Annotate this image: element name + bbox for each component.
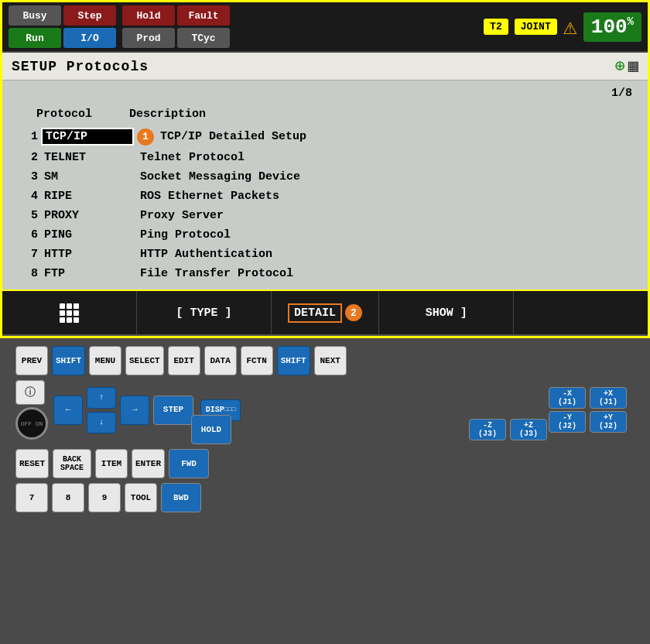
row-protocol: PROXY — [41, 208, 134, 223]
protocol-table: 1TCP/IP1TCP/IP Detailed Setup2TELNETTeln… — [18, 125, 632, 283]
row-description: File Transfer Protocol — [134, 267, 632, 280]
table-row[interactable]: 4RIPEROS Ethernet Packets — [18, 187, 632, 206]
protocol-list-area: 1/8 Protocol Description 1TCP/IP1TCP/IP … — [2, 80, 648, 289]
row-protocol: HTTP — [41, 247, 134, 262]
fctn-btn[interactable]: FCTN — [241, 346, 273, 375]
status-buttons: Busy Step Run I/O — [9, 5, 116, 48]
row-number: 4 — [18, 190, 41, 203]
neg-z-j3-btn[interactable]: -Z(J3) — [469, 419, 506, 440]
title-bar: SETUP Protocols ⊕ ▦ — [2, 53, 648, 80]
page-title: SETUP Protocols — [12, 59, 149, 74]
table-row[interactable]: 7HTTPHTTP Authentication — [18, 245, 632, 264]
shift-btn-left[interactable]: SHIFT — [52, 346, 85, 375]
type-btn[interactable]: [ TYPE ] — [137, 291, 272, 334]
run-button[interactable]: Run — [9, 28, 61, 48]
table-header: Protocol Description — [18, 106, 632, 122]
page-indicator: 1/8 — [18, 87, 632, 100]
num-7-btn[interactable]: 7 — [15, 483, 48, 512]
kb-row-5: 7 8 9 TOOL BWD — [15, 483, 627, 512]
neg-x-j1-btn[interactable]: -X(J1) — [549, 387, 586, 409]
row-protocol: TCP/IP — [41, 128, 134, 146]
info-btn[interactable]: ⓘ — [15, 380, 45, 405]
grid-view-icon[interactable]: ▦ — [628, 56, 638, 77]
right-arrow-btn[interactable]: → — [120, 396, 149, 425]
item-btn[interactable]: ITEM — [95, 449, 128, 478]
next-btn[interactable]: NEXT — [314, 346, 347, 375]
badge-2: 2 — [345, 304, 362, 321]
table-row[interactable]: 5PROXYProxy Server — [18, 206, 632, 225]
pos-x-j1-btn[interactable]: +X(J1) — [590, 387, 627, 409]
io-button[interactable]: I/O — [63, 28, 116, 48]
empty-btn-5 — [514, 291, 648, 334]
power-btn[interactable]: OFF ON — [15, 407, 48, 440]
left-arrow-btn[interactable]: ← — [53, 396, 83, 425]
tcyc-button[interactable]: TCyc — [177, 28, 230, 48]
row-protocol: TELNET — [41, 150, 134, 165]
menu-btn[interactable]: MENU — [89, 346, 121, 375]
row-description: Socket Messaging Device — [134, 170, 632, 183]
pos-z-j3-btn[interactable]: +Z(J3) — [510, 419, 547, 440]
num-9-btn[interactable]: 9 — [88, 483, 121, 512]
hold-btn[interactable]: HOLD — [191, 415, 231, 444]
bottom-toolbar: [ TYPE ] DETAIL 2 SHOW ] — [2, 289, 648, 336]
fwd-btn[interactable]: FWD — [169, 449, 209, 478]
table-row[interactable]: 6PINGPing Protocol — [18, 225, 632, 245]
table-row[interactable]: 3SMSocket Messaging Device — [18, 167, 632, 187]
table-row[interactable]: 1TCP/IP1TCP/IP Detailed Setup — [18, 125, 632, 148]
col-header-protocol: Protocol — [36, 108, 129, 121]
backspace-btn[interactable]: BACKSPACE — [53, 449, 91, 478]
warning-icon: ⚠ — [563, 12, 577, 41]
select-btn[interactable]: SELECT — [125, 346, 164, 375]
data-btn[interactable]: DATA — [204, 346, 237, 375]
row-description: ROS Ethernet Packets — [134, 190, 632, 203]
toolbar-grid-btn[interactable] — [2, 291, 137, 334]
row-description: TCP/IP Detailed Setup — [154, 130, 632, 143]
edit-btn[interactable]: EDIT — [168, 346, 200, 375]
row-protocol: PING — [41, 228, 134, 242]
kb-row-4: RESET BACKSPACE ITEM ENTER FWD — [15, 449, 627, 478]
step-button[interactable]: Step — [63, 5, 116, 26]
hold-button[interactable]: Hold — [122, 5, 175, 26]
row-description: Ping Protocol — [134, 228, 632, 242]
title-icons: ⊕ ▦ — [615, 56, 639, 77]
fault-button[interactable]: Fault — [177, 5, 230, 26]
selection-badge-1: 1 — [137, 128, 154, 146]
kb-row-1: PREV SHIFT MENU SELECT EDIT DATA FCTN SH… — [15, 346, 627, 375]
row-number: 7 — [18, 248, 41, 261]
row-number: 1 — [18, 130, 41, 143]
add-icon[interactable]: ⊕ — [615, 56, 625, 77]
row-description: HTTP Authentication — [134, 248, 632, 261]
row-protocol: SM — [41, 170, 134, 184]
kb-row-3: HOLD -Z(J3) +Z(J3) — [188, 415, 627, 444]
row-protocol: RIPE — [41, 189, 134, 204]
keyboard-area: PREV SHIFT MENU SELECT EDIT DATA FCTN SH… — [0, 338, 650, 644]
enter-btn[interactable]: ENTER — [132, 449, 165, 478]
detail-label: DETAIL — [288, 303, 342, 323]
tool-btn[interactable]: TOOL — [125, 483, 157, 512]
prod-button[interactable]: Prod — [122, 28, 175, 48]
row-number: 8 — [18, 267, 41, 280]
row-number: 5 — [18, 209, 41, 222]
show-btn[interactable]: SHOW ] — [379, 291, 514, 334]
status-bar: Busy Step Run I/O Hold Fault Prod TCyc T… — [2, 2, 648, 53]
up-arrow-btn[interactable]: ↑ — [87, 387, 116, 409]
reset-btn[interactable]: RESET — [15, 449, 49, 478]
joint-badge: JOINT — [515, 19, 557, 35]
table-row[interactable]: 2TELNETTelnet Protocol — [18, 148, 632, 167]
row-number: 2 — [18, 151, 41, 164]
status-buttons-2: Hold Fault Prod TCyc — [122, 5, 230, 48]
row-description: Telnet Protocol — [134, 151, 632, 164]
row-number: 6 — [18, 228, 41, 242]
busy-button[interactable]: Busy — [9, 5, 61, 26]
down-arrow-btn[interactable]: ↓ — [87, 412, 116, 433]
grid-icon — [60, 303, 79, 323]
row-protocol: FTP — [41, 266, 134, 281]
bwd-btn[interactable]: BWD — [161, 483, 201, 512]
num-8-btn[interactable]: 8 — [52, 483, 84, 512]
detail-btn[interactable]: DETAIL 2 — [272, 291, 379, 334]
shift-btn-right[interactable]: SHIFT — [277, 346, 310, 375]
percent-badge: 100% — [583, 12, 641, 42]
table-row[interactable]: 8FTPFile Transfer Protocol — [18, 264, 632, 283]
row-description: Proxy Server — [134, 209, 632, 222]
prev-btn[interactable]: PREV — [15, 346, 48, 375]
